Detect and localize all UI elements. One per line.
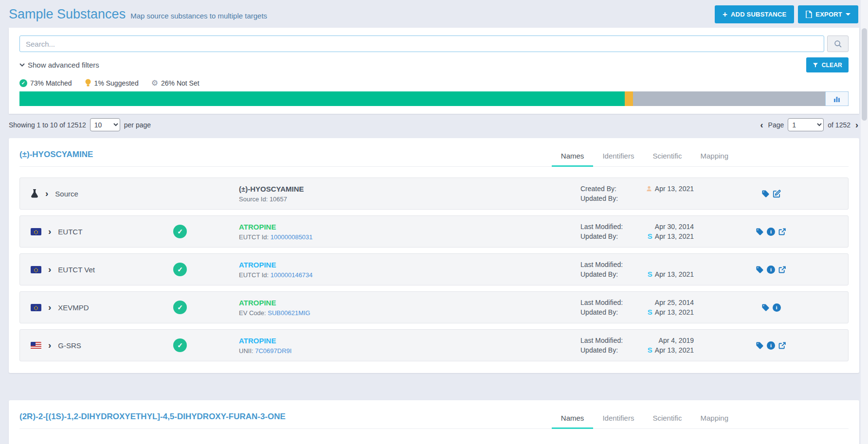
substance-name-link[interactable]: ATROPINE [239, 299, 580, 307]
tab-identifiers[interactable]: Identifiers [593, 410, 643, 429]
expand-chevron-icon[interactable]: › [48, 340, 51, 351]
info-icon[interactable]: i [767, 341, 775, 350]
date-1: Apr 30, 2014 [655, 222, 694, 231]
check-circle-icon: ✓ [19, 79, 27, 87]
stat-notset: ⚙ 26% Not Set [151, 79, 199, 87]
meta-label-1: Last Modified: [580, 260, 634, 269]
substance-name-link[interactable]: ATROPINE [239, 337, 580, 345]
id-label: EUTCT Id: [239, 271, 269, 279]
clear-label: CLEAR [822, 62, 842, 69]
substance-card-furanone: (2R)-2-[(1S)-1,2-DIHYDROXYETHYL]-4,5-DIH… [9, 400, 859, 444]
add-substance-label: ADD SUBSTANCE [731, 11, 786, 18]
meta-label-2: Updated By: [580, 269, 634, 279]
meta-label-2: Updated By: [580, 345, 634, 355]
mapping-row-eutct: › EUTCT ✓ ATROPINE EUTCT Id: 10000008503… [19, 215, 849, 248]
meta-label-1: Last Modified: [580, 222, 634, 231]
id-label: EV Code: [239, 309, 266, 317]
tab-scientific[interactable]: Scientific [643, 148, 691, 167]
expand-chevron-icon[interactable]: › [48, 226, 51, 237]
tab-names[interactable]: Names [552, 410, 594, 429]
per-page-select[interactable]: 10 [90, 118, 120, 131]
next-page-button[interactable]: › [854, 121, 859, 129]
document-icon [806, 11, 812, 18]
search-input[interactable] [19, 36, 824, 52]
eu-flag-icon [31, 228, 41, 235]
stat-suggested: 1% Suggested [85, 79, 139, 87]
page-label: Page [768, 121, 784, 129]
mapping-row-gsrs: › G-SRS ✓ ATROPINE UNII: 7C0697DR9I Last… [19, 329, 849, 361]
matched-check-icon: ✓ [173, 263, 187, 276]
info-icon[interactable]: i [773, 303, 781, 312]
stat-matched: ✓ 73% Matched [19, 79, 72, 87]
info-icon[interactable]: i [767, 266, 775, 274]
id-value-link[interactable]: 7C0697DR9I [255, 347, 291, 355]
page-select[interactable]: 1 [788, 118, 824, 131]
mapping-row-xevmpd: › XEVMPD ✓ ATROPINE EV Code: SUB00621MIG… [19, 291, 849, 323]
plus-icon: + [723, 10, 727, 19]
prev-page-button[interactable]: ‹ [760, 121, 764, 129]
tab-scientific[interactable]: Scientific [643, 410, 691, 429]
id-value-link[interactable]: SUB00621MIG [268, 309, 310, 317]
showing-text: Showing 1 to 10 of 12512 [9, 121, 86, 129]
clear-button[interactable]: CLEAR [806, 57, 849, 72]
bar-chart-icon [833, 96, 840, 102]
id-value: 10657 [270, 195, 287, 203]
external-link-icon[interactable] [778, 266, 786, 274]
flask-icon [31, 189, 38, 198]
tab-names[interactable]: Names [552, 148, 594, 167]
eu-flag-icon [31, 304, 41, 311]
search-button[interactable] [827, 36, 849, 52]
s-user-icon: S [648, 269, 652, 279]
tag-icon[interactable] [756, 266, 764, 274]
info-icon[interactable]: i [767, 228, 775, 236]
id-value-link[interactable]: 100000146734 [271, 271, 313, 279]
scrollbar-track[interactable] [861, 0, 868, 444]
gear-icon: ⚙ [151, 79, 158, 87]
external-link-icon[interactable] [778, 341, 786, 350]
stat-suggested-label: 1% Suggested [94, 79, 139, 87]
tab-identifiers[interactable]: Identifiers [593, 148, 643, 167]
source-label: EUTCT [58, 228, 82, 236]
substance-name-link[interactable]: ATROPINE [239, 261, 580, 269]
matched-check-icon: ✓ [173, 225, 187, 238]
external-link-icon[interactable] [778, 228, 786, 236]
add-substance-button[interactable]: + ADD SUBSTANCE [715, 5, 794, 23]
app-header: Sample Substances Map source substances … [0, 0, 868, 28]
tag-icon[interactable] [761, 190, 770, 198]
caret-down-icon [846, 13, 850, 16]
tab-mapping[interactable]: Mapping [691, 410, 738, 429]
edit-icon[interactable] [773, 190, 781, 198]
stat-notset-label: 26% Not Set [161, 79, 199, 87]
search-icon [834, 40, 842, 48]
export-button[interactable]: EXPORT [798, 5, 858, 23]
tag-icon[interactable] [761, 303, 770, 312]
mapping-row-eutct-vet: › EUTCT Vet ✓ ATROPINE EUTCT Id: 1000001… [19, 253, 849, 285]
page-subtitle: Map source substances to multiple target… [130, 12, 267, 20]
tag-icon[interactable] [756, 228, 764, 236]
pagination-bar: Showing 1 to 10 of 12512 10 per page ‹ P… [9, 118, 859, 131]
meta-label-2: Updated By: [580, 231, 634, 241]
s-user-icon: S [648, 345, 652, 355]
tab-mapping[interactable]: Mapping [691, 148, 738, 167]
matched-check-icon: ✓ [173, 338, 187, 352]
matched-check-icon: ✓ [173, 301, 187, 314]
match-stats: ✓ 73% Matched 1% Suggested ⚙ 26% Not Set [19, 79, 849, 87]
match-progress-bar [19, 91, 849, 106]
source-label: XEVMPD [58, 303, 89, 312]
tag-icon[interactable] [756, 341, 764, 350]
progress-notset-segment [633, 91, 849, 106]
meta-label-2: Updated By: [580, 194, 634, 203]
date-2: Apr 13, 2021 [655, 345, 694, 355]
meta-label-1: Created By: [580, 184, 634, 194]
substance-tabs: Names Identifiers Scientific Mapping [552, 148, 738, 166]
expand-chevron-icon[interactable]: › [48, 302, 51, 313]
date-2: Apr 13, 2021 [655, 269, 694, 279]
advanced-filters-toggle[interactable]: Show advanced filters [19, 61, 99, 69]
substance-name-link[interactable]: ATROPINE [239, 223, 580, 231]
chart-button[interactable] [825, 91, 849, 106]
scrollbar-thumb[interactable] [862, 28, 867, 121]
source-label: G-SRS [58, 341, 81, 350]
expand-chevron-icon[interactable]: › [48, 264, 51, 275]
id-value-link[interactable]: 100000085031 [271, 233, 313, 241]
expand-chevron-icon[interactable]: › [45, 188, 48, 199]
